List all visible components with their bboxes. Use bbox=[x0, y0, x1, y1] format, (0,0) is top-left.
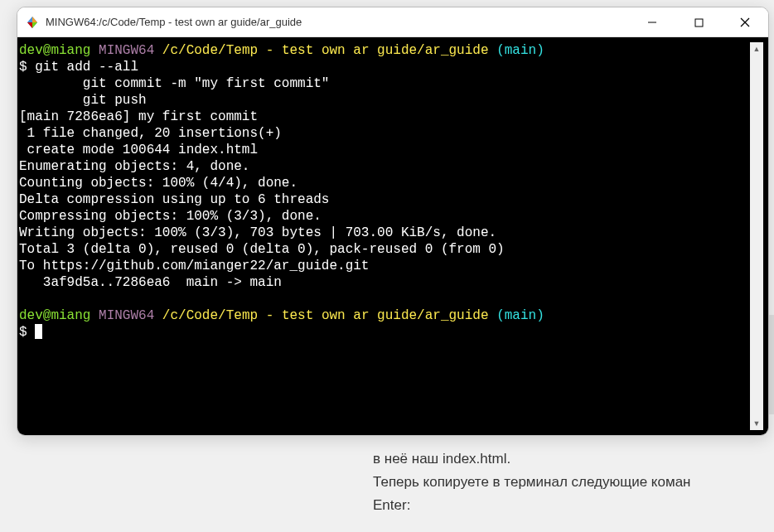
svg-marker-2 bbox=[32, 22, 37, 28]
scroll-up-arrow[interactable]: ▲ bbox=[750, 42, 763, 56]
scrollbar[interactable]: ▲ ▼ bbox=[750, 42, 763, 430]
svg-rect-5 bbox=[695, 19, 703, 27]
minimize-button[interactable] bbox=[629, 7, 675, 37]
prompt-path: /c/Code/Temp - test own ar guide/ar_guid… bbox=[162, 308, 489, 323]
output-line: Counting objects: 100% (4/4), done. bbox=[19, 176, 298, 191]
terminal-window: MINGW64:/c/Code/Temp - test own ar guide… bbox=[17, 7, 769, 436]
prompt-branch-close: ) bbox=[536, 43, 544, 58]
prompt-branch-open: ( bbox=[496, 308, 505, 323]
scroll-down-arrow[interactable]: ▼ bbox=[750, 417, 763, 430]
prompt-branch: main bbox=[505, 308, 536, 323]
prompt-dollar: $ bbox=[19, 325, 35, 340]
terminal-content[interactable]: dev@miang MINGW64 /c/Code/Temp - test ow… bbox=[19, 42, 750, 430]
window-title: MINGW64:/c/Code/Temp - test own ar guide… bbox=[46, 16, 629, 28]
bg-text-line: Enter: bbox=[373, 494, 690, 517]
prompt-dollar: $ bbox=[19, 60, 35, 75]
output-line: 1 file changed, 20 insertions(+) bbox=[19, 126, 282, 141]
background-article-text: в неё наш index.html. Теперь копируете в… bbox=[373, 447, 690, 517]
app-icon bbox=[26, 16, 39, 29]
bg-text-line: в неё наш index.html. bbox=[373, 447, 690, 471]
svg-marker-3 bbox=[27, 22, 32, 28]
cursor bbox=[35, 324, 42, 339]
prompt-path: /c/Code/Temp - test own ar guide/ar_guid… bbox=[162, 43, 489, 58]
prompt-env: MINGW64 bbox=[99, 308, 154, 323]
output-line: Compressing objects: 100% (3/3), done. bbox=[19, 209, 322, 224]
close-button[interactable] bbox=[722, 7, 768, 37]
maximize-button[interactable] bbox=[675, 7, 722, 37]
output-line: 3af9d5a..7286ea6 main -> main bbox=[19, 275, 282, 290]
svg-marker-1 bbox=[32, 17, 37, 22]
command-line: git commit -m "my first commit" bbox=[19, 76, 329, 91]
output-line: To https://github.com/mianger22/ar_guide… bbox=[19, 259, 369, 273]
output-line: create mode 100644 index.html bbox=[19, 143, 258, 157]
bg-text-line: Теперь копируете в терминал следующие ко… bbox=[373, 471, 690, 494]
prompt-branch-open: ( bbox=[496, 43, 505, 58]
terminal-body[interactable]: dev@miang MINGW64 /c/Code/Temp - test ow… bbox=[17, 37, 768, 435]
titlebar[interactable]: MINGW64:/c/Code/Temp - test own ar guide… bbox=[17, 7, 768, 37]
command-line: git push bbox=[19, 93, 147, 108]
output-line: [main 7286ea6] my first commit bbox=[19, 109, 258, 124]
prompt-branch: main bbox=[505, 43, 536, 58]
prompt-branch-close: ) bbox=[536, 308, 544, 323]
command-line: git add --all bbox=[35, 60, 138, 75]
output-line: Enumerating objects: 4, done. bbox=[19, 159, 249, 174]
output-line: Delta compression using up to 6 threads bbox=[19, 192, 329, 207]
prompt-user-host: dev@miang bbox=[19, 308, 90, 323]
output-line: Writing objects: 100% (3/3), 703 bytes |… bbox=[19, 225, 496, 240]
prompt-user-host: dev@miang bbox=[19, 43, 90, 58]
window-controls bbox=[629, 7, 768, 36]
prompt-env: MINGW64 bbox=[99, 43, 154, 58]
output-line: Total 3 (delta 0), reused 0 (delta 0), p… bbox=[19, 242, 505, 257]
